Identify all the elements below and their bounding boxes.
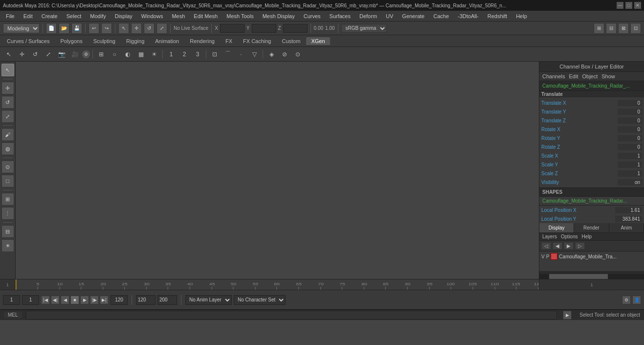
channel-translate-x[interactable]: Translate X 0 [539,98,644,107]
layer-playback-toggle[interactable]: P [546,254,550,259]
channel-translate-z[interactable]: Translate Z 0 [539,116,644,125]
snap-grid-icon[interactable]: ⊡ [209,48,221,60]
x-input[interactable] [220,24,244,33]
isolate-icon[interactable]: ◈ [266,48,277,60]
menu-cache[interactable]: Cache [429,12,453,20]
move-icon[interactable]: ✛ [16,48,28,60]
drag-select-left[interactable]: □ [1,175,14,187]
camera-icon[interactable]: 📷 [56,48,67,60]
channel-rotate-x[interactable]: Rotate X 0 [539,125,644,134]
step-forward-button[interactable]: |▶ [90,296,99,304]
z-input[interactable] [283,24,308,33]
workspace-selector[interactable]: Modeling [3,23,40,33]
render-left[interactable]: ⋮ [1,207,14,220]
snap-point-icon[interactable]: · [235,48,247,60]
show-layers-left[interactable]: ⊞ [1,193,14,206]
local-position-x-row[interactable]: Local Position X 1.61 [539,206,644,214]
resolution-low[interactable]: 1 [165,48,177,60]
snap-surface-icon[interactable]: ▽ [248,48,260,60]
menu-display[interactable]: Display [111,12,136,20]
local-position-y-row[interactable]: Local Position Y 383.841 [539,214,644,223]
anim-layer-select[interactable]: No Anim Layer [185,295,232,305]
cb-menu-show[interactable]: Show [601,73,615,79]
tab-rendering[interactable]: Rendering [185,37,220,45]
menu-redshift[interactable]: Redshift [484,12,511,20]
soft-select-icon[interactable]: ⊙ [292,48,304,60]
select-tool-button[interactable]: ↖ [118,23,129,34]
layer-row[interactable]: V P Camouflage_Mobile_Tra... [539,252,644,261]
lasso-tool-left[interactable]: ⊙ [1,161,14,173]
range-end-input[interactable] [111,295,128,305]
cb-menu-channels[interactable]: Channels [542,73,565,79]
tab-curves-surfaces[interactable]: Curves / Surfaces [2,37,54,45]
shapes-name[interactable]: Camouflage_Mobile_Tracking_Radar... [539,197,644,206]
menu-windows[interactable]: Windows [137,12,167,20]
scale-icon[interactable]: ⤢ [43,48,54,60]
open-scene-button[interactable]: 📂 [59,23,69,34]
maximize-button[interactable]: □ [625,2,632,9]
camera2-icon[interactable]: 🎥 [69,48,81,60]
channel-scale-y[interactable]: Scale Y 1 [539,160,644,169]
menu-mesh-tools[interactable]: Mesh Tools [222,12,257,20]
scroll-thumb[interactable] [549,274,608,279]
channel-scale-x[interactable]: Scale X 1 [539,151,644,160]
menu-help[interactable]: Help [512,12,531,20]
tab-rigging[interactable]: Rigging [121,37,149,45]
select-tool-left[interactable]: ↖ [1,64,14,76]
char-settings-button[interactable]: 👤 [632,296,641,304]
undo-button[interactable]: ↩ [89,23,99,34]
light-left[interactable]: ☀ [1,239,14,252]
menu-select[interactable]: Select [63,12,86,20]
tab-sculpting[interactable]: Sculpting [89,37,120,45]
tab-polygons[interactable]: Polygons [55,37,87,45]
cb-menu-object[interactable]: Object [582,73,598,79]
layout-button-1[interactable]: ⊞ [594,23,604,34]
channel-visibility[interactable]: Visibility on [539,178,644,186]
script-mode-label[interactable]: MEL [4,312,22,318]
layer-end-button[interactable]: ▷ [575,242,585,250]
menu-mesh[interactable]: Mesh [168,12,189,20]
channel-rotate-y[interactable]: Rotate Y 0 [539,134,644,142]
layout-button-4[interactable]: ⊡ [630,23,641,34]
minimize-button[interactable]: — [617,2,623,9]
layer-add-button[interactable]: ◁ [541,242,551,250]
menu-generate[interactable]: Generate [398,12,428,20]
options-menu[interactable]: Options [561,234,577,239]
anim-start-input[interactable] [136,295,155,305]
layer-forward-button[interactable]: ▶ [564,242,574,250]
texture-icon[interactable]: ▦ [135,48,147,60]
resolution-med[interactable]: 2 [178,48,190,60]
layer-visibility-toggle[interactable]: V [541,254,545,259]
wireframe-icon[interactable]: ⊞ [95,48,107,60]
move-tool-left[interactable]: ✛ [1,82,14,94]
go-start-button[interactable]: |◀ [41,296,50,304]
layer-back-button[interactable]: ◀ [553,242,562,250]
menu-surfaces[interactable]: Surfaces [326,12,355,20]
display-tab[interactable]: Display [539,223,574,232]
script-input[interactable] [26,311,557,320]
range-start-input[interactable] [22,295,39,305]
go-end-button[interactable]: ▶| [100,296,109,304]
select-icon[interactable]: ↖ [3,48,15,60]
current-frame-input[interactable] [3,295,20,305]
menu-deform[interactable]: Deform [355,12,381,20]
new-scene-button[interactable]: 📄 [46,23,57,34]
menu-uv[interactable]: UV [382,12,397,20]
anim-end-input[interactable] [157,295,177,305]
object-name[interactable]: Camouflage_Mobile_Tracking_Radar_... [539,81,644,91]
save-scene-button[interactable]: 💾 [71,23,82,34]
render-tab[interactable]: Render [574,223,609,232]
menu-modify[interactable]: Modify [86,12,110,20]
scale-tool-left[interactable]: ⤢ [1,110,14,123]
light-icon[interactable]: ☀ [148,48,160,60]
menu-create[interactable]: Create [38,12,62,20]
menu-curves[interactable]: Curves [300,12,325,20]
translate-tool-button[interactable]: ✛ [131,23,142,34]
cb-menu-edit[interactable]: Edit [569,73,578,79]
window-controls[interactable]: — □ ✕ [617,2,641,9]
rotate-icon[interactable]: ↺ [29,48,41,60]
menu-mesh-display[interactable]: Mesh Display [259,12,299,20]
layout-button-3[interactable]: ⊠ [618,23,629,34]
layout-button-2[interactable]: ⊟ [606,23,617,34]
camera-left[interactable]: ⊟ [1,225,14,238]
